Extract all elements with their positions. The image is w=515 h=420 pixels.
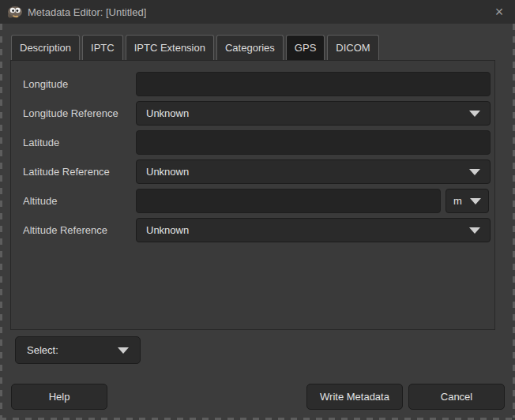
window-edge-left xyxy=(0,24,2,420)
chevron-down-icon xyxy=(469,169,480,175)
select-dropdown[interactable]: Select: xyxy=(15,336,141,364)
altitude-unit-dropdown[interactable]: m xyxy=(445,189,489,213)
form-row-longitude: Longitude xyxy=(11,72,494,96)
dropdown-value: m xyxy=(453,195,470,207)
latitude-reference-label: Latitude Reference xyxy=(23,159,110,184)
tab-iptc-extension[interactable]: IPTC Extension xyxy=(126,35,214,60)
longitude-label: Longitude xyxy=(23,72,68,96)
tab-label: IPTC Extension xyxy=(134,42,205,54)
altitude-reference-label: Altitude Reference xyxy=(23,218,107,242)
close-icon[interactable]: × xyxy=(489,2,509,22)
form-row-altitude-reference: Altitude Reference Unknown xyxy=(11,218,494,242)
metadata-tabbar: Description IPTC IPTC Extension Categori… xyxy=(11,35,504,60)
tab-label: DICOM xyxy=(336,42,370,54)
latitude-reference-dropdown[interactable]: Unknown xyxy=(136,159,491,184)
longitude-reference-label: Longitude Reference xyxy=(23,101,118,126)
close-glyph: × xyxy=(495,5,504,19)
titlebar: Metadata Editor: [Untitled] × xyxy=(0,0,515,24)
write-metadata-button[interactable]: Write Metadata xyxy=(306,384,403,410)
form-row-longitude-reference: Longitude Reference Unknown xyxy=(11,101,494,126)
gimp-wilber-icon xyxy=(6,6,23,19)
tab-label: GPS xyxy=(295,42,316,54)
chevron-down-icon xyxy=(470,198,481,204)
chevron-down-icon xyxy=(469,227,480,234)
latitude-input[interactable] xyxy=(136,130,491,155)
tab-dicom[interactable]: DICOM xyxy=(327,35,378,60)
dropdown-value: Unknown xyxy=(146,107,469,119)
gps-tab-panel: Longitude Longitude Reference Unknown La… xyxy=(10,60,495,330)
tab-label: Categories xyxy=(225,42,275,54)
tab-label: IPTC xyxy=(91,42,115,54)
window-title: Metadata Editor: [Untitled] xyxy=(28,6,146,18)
chevron-down-icon xyxy=(469,111,480,117)
help-button[interactable]: Help xyxy=(11,384,107,410)
chevron-down-icon xyxy=(118,347,129,354)
select-dropdown-label: Select: xyxy=(27,344,118,356)
altitude-input[interactable] xyxy=(136,189,441,213)
form-row-altitude: Altitude m xyxy=(11,189,494,213)
form-row-latitude: Latitude xyxy=(11,130,494,155)
tab-label: Description xyxy=(20,42,71,54)
tab-categories[interactable]: Categories xyxy=(216,35,284,60)
tab-description[interactable]: Description xyxy=(11,35,80,60)
tab-iptc[interactable]: IPTC xyxy=(82,35,123,60)
form-row-latitude-reference: Latitude Reference Unknown xyxy=(11,159,494,184)
metadata-editor-dialog: Metadata Editor: [Untitled] × Descriptio… xyxy=(0,0,515,420)
dropdown-value: Unknown xyxy=(146,224,469,236)
longitude-reference-dropdown[interactable]: Unknown xyxy=(136,101,491,126)
latitude-label: Latitude xyxy=(23,130,59,155)
cancel-button[interactable]: Cancel xyxy=(408,384,505,410)
longitude-input[interactable] xyxy=(136,72,491,96)
altitude-label: Altitude xyxy=(23,189,57,213)
tab-gps[interactable]: GPS xyxy=(286,35,325,60)
altitude-reference-dropdown[interactable]: Unknown xyxy=(136,218,491,242)
dropdown-value: Unknown xyxy=(146,166,469,178)
